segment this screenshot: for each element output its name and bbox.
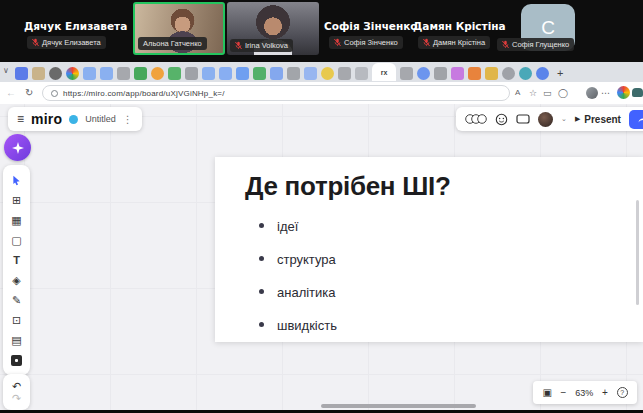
back-icon[interactable]: ← [6,87,16,98]
address-bar[interactable]: https://miro.com/app/board/uXjVGiNHp_k=/ [42,85,510,101]
user-avatar[interactable] [538,112,553,127]
reload-icon[interactable]: ↻ [25,87,33,98]
browser-profile-icon[interactable] [617,86,630,99]
browser-tab[interactable] [83,67,96,80]
zoom-level[interactable]: 63% [575,388,593,398]
slide-bullet: швидкість [259,318,643,333]
reactions-icon[interactable] [495,113,508,126]
browser-tab[interactable] [151,67,164,80]
document-tool[interactable]: ▤ [3,330,30,350]
browser-avatar-icon[interactable] [586,87,598,99]
browser-tab[interactable] [485,67,498,80]
select-tool[interactable] [3,170,30,190]
browser-tab[interactable] [15,67,28,80]
reading-mode-icon[interactable]: A [515,88,520,97]
slide-bullet: ідеї [259,219,643,234]
browser-tab[interactable] [304,67,317,80]
browser-tab[interactable] [270,67,283,80]
muted-mic-icon [423,38,430,47]
miro-logo[interactable]: miro [31,111,62,127]
templates-tool[interactable]: ⊞ [3,190,30,210]
vertical-scrollbar[interactable] [636,200,639,305]
browser-tab[interactable] [49,67,62,80]
participant-tag-label: Irina Volkova [245,41,288,50]
pen-tool[interactable]: ✎ [3,290,30,310]
browser-tab[interactable] [100,67,113,80]
browser-tab[interactable] [32,67,45,80]
bookmark-star-icon[interactable]: ☆ [529,88,537,98]
slide-bullet: аналітика [259,285,643,300]
browser-tab[interactable] [202,67,215,80]
sticky-note-tool[interactable]: ▢ [3,230,30,250]
browser-tab[interactable] [134,67,147,80]
present-button[interactable]: ▶ Present [575,114,621,125]
redo-button[interactable]: ↷ [12,393,21,404]
text-tool[interactable]: T [3,250,30,270]
board-title[interactable]: Untitled [85,114,116,124]
undo-button[interactable]: ↶ [12,381,21,392]
table-tool[interactable]: ▦ [3,210,30,230]
slide-card[interactable]: Де потрібен ШІ? ідеї структура аналітика… [215,157,643,342]
video-tile-active-speaker[interactable]: Альона Гатченко [133,2,225,55]
browser-tab[interactable] [219,67,232,80]
browser-tab[interactable] [185,67,198,80]
share-button[interactable]: Share [629,110,643,129]
participant-tag-label: Софія Зінченко [344,38,398,47]
site-info-icon[interactable] [51,90,58,97]
slide-bullet: структура [259,252,643,267]
browser-tab-active[interactable]: rx [372,63,396,81]
collaborators-icon[interactable] [465,113,487,125]
browser-tab[interactable] [117,67,130,80]
participant-name: Дамян Крістіна [413,20,506,32]
side-panel-icon[interactable]: ▭ [543,88,552,98]
sparkle-icon [12,142,24,154]
browser-tab[interactable] [434,67,447,80]
screen-frame-icon[interactable] [516,113,530,125]
ai-assistant-button[interactable] [4,134,31,161]
browser-tab[interactable] [417,67,430,80]
browser-tabs: rx + [15,65,563,81]
browser-tab[interactable] [502,67,515,80]
share-arrow-icon [637,115,643,124]
browser-tab[interactable] [253,67,266,80]
zoom-in-button[interactable]: + [602,387,608,398]
muted-mic-icon [334,38,341,47]
browser-tab[interactable] [66,67,79,80]
participant-tag-label: Дячук Елизавета [42,38,101,47]
horizontal-scrollbar[interactable] [321,404,476,408]
video-tile[interactable]: Irina Volkova [227,2,319,55]
zoom-out-button[interactable]: − [561,387,567,398]
frame-tool[interactable]: ⊡ [3,310,30,330]
browser-tab[interactable] [287,67,300,80]
fit-to-screen-icon[interactable]: ▣ [542,387,551,398]
browser-tab[interactable] [236,67,249,80]
chevron-down-icon[interactable]: ⌄ [561,115,567,123]
collections-icon[interactable]: ◯ [558,88,568,98]
browser-tab[interactable] [168,67,181,80]
muted-mic-icon [235,41,242,50]
help-icon[interactable]: ? [617,387,628,398]
participant-name: Дячук Елизавета [24,20,127,32]
browser-tab[interactable] [451,67,464,80]
browser-tab[interactable] [338,67,351,80]
shapes-tool[interactable]: ◈ [3,270,30,290]
browser-tab[interactable] [400,67,413,80]
more-tools-icon [11,355,22,366]
browser-tab[interactable] [321,67,334,80]
main-menu-icon[interactable]: ≡ [17,112,24,126]
browser-menu-icon[interactable]: ⋯ [601,88,610,98]
miro-header-right: ⌄ ▶ Present Share [456,107,643,131]
browser-tab[interactable] [468,67,481,80]
browser-tab[interactable] [355,67,368,80]
tab-search-icon[interactable]: ∨ [3,66,9,75]
board-color-dot-icon [69,115,78,124]
extension-icon[interactable] [632,88,643,97]
board-menu-icon[interactable]: ⋮ [123,114,133,125]
undo-redo-group: ↶ ↷ [3,374,30,410]
browser-tab[interactable] [519,67,532,80]
more-tools[interactable] [3,350,30,370]
new-tab-button[interactable]: + [557,67,563,79]
avatar-initial: C [541,17,555,39]
slide-title: Де потрібен ШІ? [245,171,643,202]
browser-tab[interactable] [536,67,549,80]
